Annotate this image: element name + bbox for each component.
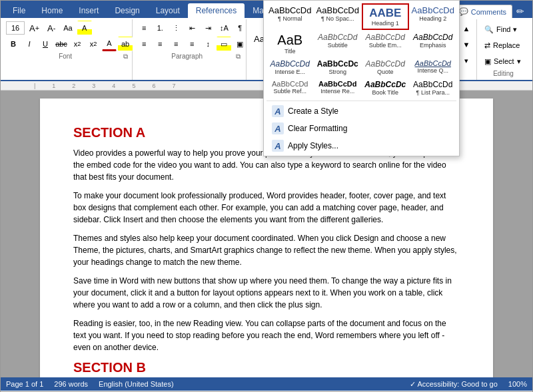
accessibility-check: ✓ Accessibility: Good to go bbox=[410, 380, 498, 389]
tab-home[interactable]: Home bbox=[33, 3, 71, 18]
font-color[interactable]: A bbox=[102, 37, 117, 51]
change-case[interactable]: Aа bbox=[60, 21, 75, 35]
paragraph-3: Themes and styles also help keep your do… bbox=[73, 232, 460, 268]
apply-styles-label: Apply Styles... bbox=[288, 141, 338, 150]
app-window: File Home Insert Design Layout Reference… bbox=[0, 0, 533, 392]
zoom-level: 100% bbox=[508, 380, 527, 388]
style-item-subtleref[interactable]: AaBbCcDd Subtle Ref... bbox=[266, 78, 314, 98]
apply-styles-action[interactable]: A Apply Styles... bbox=[268, 137, 455, 154]
status-bar: Page 1 of 1 296 words English (United St… bbox=[1, 377, 532, 391]
language: English (United States) bbox=[99, 380, 174, 388]
style-item-intenseq[interactable]: AaBbCcDd Intense Q... bbox=[410, 57, 457, 77]
font-size-down[interactable]: A- bbox=[44, 21, 59, 35]
show-hide[interactable]: ¶ bbox=[233, 21, 247, 35]
style-item-heading1[interactable]: AABE Heading 1 bbox=[362, 3, 409, 30]
comment-icon: 💬 bbox=[459, 7, 468, 16]
strikethrough-button[interactable]: abc bbox=[54, 37, 69, 51]
apply-styles-icon: A bbox=[272, 140, 284, 152]
line-spacing[interactable]: ↕ bbox=[201, 37, 215, 51]
main-area: SECTION A Video provides a powerful way … bbox=[1, 91, 532, 377]
style-item-intensere[interactable]: AaBbCcDd Intense Re... bbox=[314, 78, 362, 98]
styles-scroll-up[interactable]: ▲ bbox=[459, 21, 474, 36]
style-item-subtleem[interactable]: AaBbCcDd Subtle Em... bbox=[362, 31, 409, 57]
replace-button[interactable]: ⇄ Replace bbox=[481, 38, 526, 53]
editing-group: 🔍 Find ▾ ⇄ Replace ▣ Select ▾ Editing bbox=[476, 19, 530, 80]
select-button[interactable]: ▣ Select ▾ bbox=[481, 54, 526, 69]
comments-button[interactable]: 💬 Comments bbox=[453, 5, 512, 18]
find-button[interactable]: 🔍 Find ▾ bbox=[481, 22, 526, 37]
text-highlight2[interactable]: ab bbox=[118, 37, 133, 51]
create-style-label: Create a Style bbox=[288, 106, 338, 116]
styles-grid: AaBbCcDd ¶ Normal AaBbCcDd ¶ No Spac... … bbox=[264, 1, 459, 100]
font-group: A+ A- Aа A B I U abc x2 x2 A ab Font ⧉ bbox=[3, 19, 133, 80]
borders[interactable]: ▣ bbox=[233, 37, 247, 51]
subscript-button[interactable]: x2 bbox=[70, 37, 85, 51]
clear-formatting-action[interactable]: A Clear Formatting bbox=[268, 120, 455, 137]
font-group-label: Font ⧉ bbox=[6, 51, 129, 62]
align-center[interactable]: ≡ bbox=[153, 37, 167, 51]
style-item-heading2[interactable]: AaBbCcDd Heading 2 bbox=[410, 3, 457, 30]
text-highlight[interactable]: A bbox=[77, 21, 92, 35]
page-info: Page 1 of 1 bbox=[6, 380, 43, 388]
style-item-listpara[interactable]: AaBbCcDd ¶ List Para... bbox=[410, 78, 457, 98]
style-item-subtitle[interactable]: AaBbCcDd Subtitle bbox=[314, 31, 362, 57]
multilevel-list[interactable]: ⋮ bbox=[169, 21, 183, 35]
style-item-emphasis[interactable]: AaBbCcDd Emphasis bbox=[410, 31, 457, 57]
font-expand-icon[interactable]: ⧉ bbox=[123, 53, 128, 61]
italic-button[interactable]: I bbox=[22, 37, 37, 51]
bold-button[interactable]: B bbox=[6, 37, 21, 51]
bullets-button[interactable]: ≡ bbox=[137, 21, 151, 35]
paragraph-group-label: Paragraph ⧉ bbox=[137, 51, 242, 62]
panel-actions: A Create a Style A Clear Formatting A Ap… bbox=[264, 101, 459, 156]
justify[interactable]: ≡ bbox=[185, 37, 199, 51]
font-size-input[interactable] bbox=[6, 21, 25, 35]
style-item-intensee[interactable]: AaBbCcDd Intense E... bbox=[266, 57, 314, 77]
tab-insert[interactable]: Insert bbox=[71, 3, 107, 18]
tab-layout[interactable]: Layout bbox=[148, 3, 188, 18]
find-icon: 🔍 bbox=[484, 25, 494, 34]
align-right[interactable]: ≡ bbox=[169, 37, 183, 51]
paragraph-expand-icon[interactable]: ⧉ bbox=[236, 53, 241, 61]
pen-icon[interactable]: ✏ bbox=[512, 5, 528, 18]
superscript-button[interactable]: x2 bbox=[86, 37, 101, 51]
paragraph-2: To make your document look professionall… bbox=[73, 190, 460, 226]
tab-references[interactable]: References bbox=[188, 3, 245, 18]
select-icon: ▣ bbox=[484, 57, 491, 66]
tab-file[interactable]: File bbox=[5, 3, 33, 18]
increase-indent[interactable]: ⇥ bbox=[201, 21, 215, 35]
styles-dropdown-panel: AaBbCcDd ¶ Normal AaBbCcDd ¶ No Spac... … bbox=[263, 0, 460, 156]
sort[interactable]: ↕A bbox=[217, 21, 231, 35]
clear-format-icon: A bbox=[272, 122, 284, 134]
tab-design[interactable]: Design bbox=[107, 3, 147, 18]
style-item-normal[interactable]: AaBbCcDd ¶ Normal bbox=[266, 3, 314, 30]
style-item-title[interactable]: AaB Title bbox=[266, 31, 314, 57]
font-size-up[interactable]: A+ bbox=[26, 21, 43, 35]
editing-group-label: Editing bbox=[481, 69, 526, 79]
replace-icon: ⇄ bbox=[484, 41, 490, 50]
styles-expand[interactable]: ▾ bbox=[459, 53, 474, 68]
style-item-nospace[interactable]: AaBbCcDd ¶ No Spac... bbox=[314, 3, 362, 30]
paragraph-5: Reading is easier, too, in the new Readi… bbox=[73, 317, 460, 353]
underline-button[interactable]: U bbox=[38, 37, 53, 51]
clear-formatting-label: Clear Formatting bbox=[288, 124, 347, 133]
shading[interactable]: ▭ bbox=[217, 37, 231, 51]
decrease-indent[interactable]: ⇤ bbox=[185, 21, 199, 35]
numbering-button[interactable]: 1. bbox=[153, 21, 167, 35]
word-count: 296 words bbox=[54, 380, 88, 388]
style-item-strong[interactable]: AaBbCcDc Strong bbox=[314, 57, 362, 77]
paragraph-4: Save time in Word with new buttons that … bbox=[73, 275, 460, 311]
style-item-quote[interactable]: AaBbCcDd Quote bbox=[362, 57, 409, 77]
styles-scroll-down[interactable]: ▼ bbox=[459, 37, 474, 52]
create-style-icon: A bbox=[272, 105, 284, 117]
style-item-booktitle[interactable]: AaBbCcDc Book Title bbox=[362, 78, 409, 98]
align-left[interactable]: ≡ bbox=[137, 37, 151, 51]
create-style-action[interactable]: A Create a Style bbox=[268, 102, 455, 120]
section-b-heading: SECTION B bbox=[73, 360, 460, 375]
paragraph-group: ≡ 1. ⋮ ⇤ ⇥ ↕A ¶ ≡ ≡ ≡ ≡ ↕ ▭ ▣ Paragraph … bbox=[133, 19, 247, 80]
